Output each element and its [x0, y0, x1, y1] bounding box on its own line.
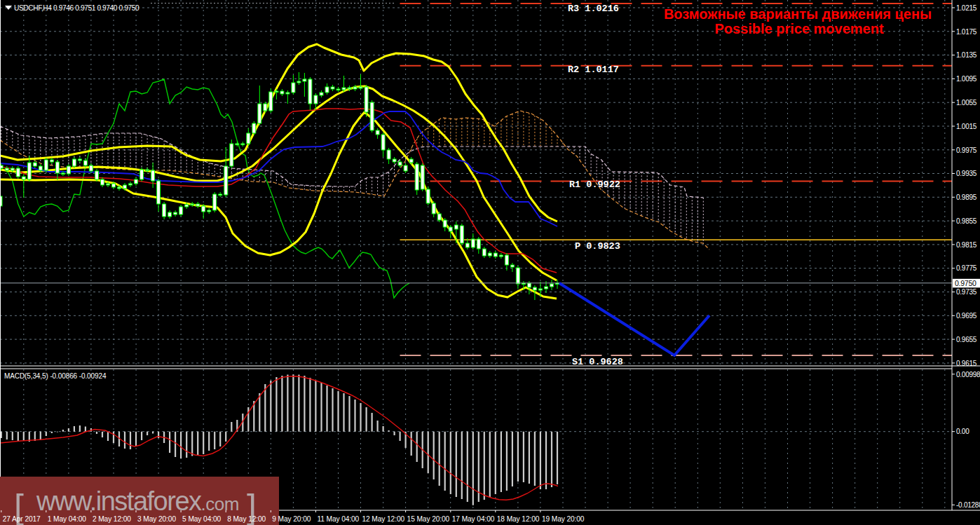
svg-text:0.9695: 0.9695: [956, 312, 977, 320]
svg-text:R3 1.0216: R3 1.0216: [568, 4, 619, 14]
svg-text:1.0095: 1.0095: [956, 75, 977, 83]
svg-text:17 May 04:00: 17 May 04:00: [452, 515, 495, 523]
svg-text:0.00998: 0.00998: [956, 371, 980, 379]
svg-text:Possible price movement: Possible price movement: [714, 21, 884, 36]
svg-text:-0.01288: -0.01288: [956, 501, 980, 509]
svg-text:0.9750: 0.9750: [955, 279, 976, 287]
svg-text:3 May 20:00: 3 May 20:00: [137, 515, 176, 523]
svg-text:1.0215: 1.0215: [956, 4, 977, 12]
svg-text:0.00: 0.00: [956, 428, 969, 435]
svg-text:0.9935: 0.9935: [956, 170, 977, 177]
svg-text:12 May 12:00: 12 May 12:00: [362, 515, 405, 523]
svg-text:1.0055: 1.0055: [956, 99, 977, 107]
svg-text:R1 0.9922: R1 0.9922: [569, 179, 620, 190]
svg-text:Возможные варианты движения це: Возможные варианты движения цены: [664, 6, 932, 22]
svg-text:19 May 20:00: 19 May 20:00: [542, 515, 585, 523]
svg-text:1.0175: 1.0175: [956, 28, 977, 36]
svg-text:0.9855: 0.9855: [956, 217, 977, 225]
svg-text:1.0135: 1.0135: [956, 51, 977, 59]
svg-text:2 May 12:00: 2 May 12:00: [93, 515, 131, 523]
svg-text:9 May 20:00: 9 May 20:00: [272, 515, 311, 523]
svg-text:0.9775: 0.9775: [956, 264, 977, 272]
svg-text:27 Apr 2017: 27 Apr 2017: [3, 515, 41, 523]
svg-text:0.9815: 0.9815: [956, 241, 977, 249]
svg-text:0.9655: 0.9655: [956, 336, 977, 343]
svg-text:0.9975: 0.9975: [956, 146, 977, 154]
svg-text:5 May 04:00: 5 May 04:00: [182, 515, 221, 523]
svg-text:0.9615: 0.9615: [956, 360, 977, 367]
svg-text:MACD(5,34,5) -0.00866 -0.00924: MACD(5,34,5) -0.00866 -0.00924: [4, 372, 107, 380]
svg-text:18 May 12:00: 18 May 12:00: [497, 515, 540, 523]
svg-text:1 May 04:00: 1 May 04:00: [48, 515, 86, 523]
svg-text:11 May 04:00: 11 May 04:00: [317, 515, 359, 523]
svg-text:R2 1.0117: R2 1.0117: [568, 64, 619, 75]
svg-text:1.0015: 1.0015: [956, 123, 977, 130]
svg-text:8 May 12:00: 8 May 12:00: [227, 515, 266, 523]
svg-text:15 May 20:00: 15 May 20:00: [407, 515, 450, 523]
svg-text:0.9895: 0.9895: [956, 193, 977, 201]
svg-text:P 0.9823: P 0.9823: [575, 241, 620, 252]
svg-text:USDCHF,H4 0.9746 0.9751 0.974: USDCHF,H4 0.9746 0.9751 0.9740 0.9750: [14, 4, 139, 12]
svg-text:0.9735: 0.9735: [956, 288, 977, 296]
